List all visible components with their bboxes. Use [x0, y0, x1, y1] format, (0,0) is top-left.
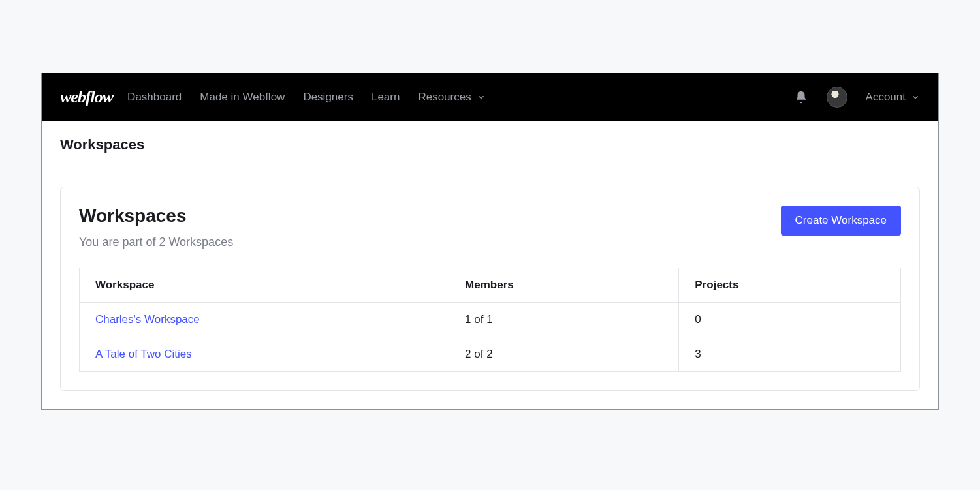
account-label: Account: [866, 91, 906, 104]
cell-projects: 0: [679, 303, 901, 337]
nav-designers[interactable]: Designers: [303, 91, 353, 104]
table-row: A Tale of Two Cities 2 of 2 3: [80, 337, 901, 372]
cell-members: 1 of 1: [449, 303, 679, 337]
nav-dashboard[interactable]: Dashboard: [127, 91, 182, 104]
workspace-link[interactable]: A Tale of Two Cities: [95, 348, 192, 360]
panel-header: Workspaces You are part of 2 Workspaces …: [79, 206, 901, 249]
panel-title: Workspaces: [79, 206, 233, 226]
page-title: Workspaces: [60, 136, 144, 153]
topbar: webflow Dashboard Made in Webflow Design…: [42, 73, 938, 121]
cell-members: 2 of 2: [449, 337, 679, 372]
col-header-workspace: Workspace: [80, 268, 449, 303]
workspace-link[interactable]: Charles's Workspace: [95, 313, 200, 326]
subheader: Workspaces: [42, 121, 938, 168]
workspaces-panel: Workspaces You are part of 2 Workspaces …: [60, 187, 920, 391]
col-header-projects: Projects: [679, 268, 901, 303]
panel-subtitle: You are part of 2 Workspaces: [79, 236, 233, 249]
panel-wrap: Workspaces You are part of 2 Workspaces …: [42, 168, 938, 409]
notifications-icon[interactable]: [794, 90, 808, 104]
chevron-down-icon: [911, 93, 920, 102]
avatar[interactable]: [827, 87, 847, 108]
app-frame: webflow Dashboard Made in Webflow Design…: [41, 73, 939, 410]
workspaces-table: Workspace Members Projects Charles's Wor…: [79, 268, 901, 372]
nav-learn[interactable]: Learn: [371, 91, 400, 104]
logo[interactable]: webflow: [60, 87, 113, 107]
account-menu[interactable]: Account: [866, 91, 920, 104]
panel-heading-block: Workspaces You are part of 2 Workspaces: [79, 206, 233, 249]
nav-resources-label: Resources: [418, 91, 471, 104]
table-header-row: Workspace Members Projects: [80, 268, 901, 303]
chevron-down-icon: [477, 93, 486, 102]
col-header-members: Members: [449, 268, 679, 303]
create-workspace-button[interactable]: Create Workspace: [781, 206, 901, 236]
nav-made-in-webflow[interactable]: Made in Webflow: [200, 91, 285, 104]
table-row: Charles's Workspace 1 of 1 0: [80, 303, 901, 337]
nav-resources[interactable]: Resources: [418, 91, 485, 104]
cell-projects: 3: [679, 337, 901, 372]
